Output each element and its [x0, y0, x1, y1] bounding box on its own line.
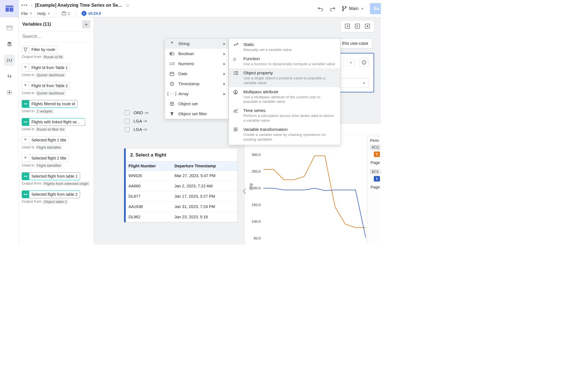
menu-item-date[interactable]: Date ▶: [165, 69, 228, 79]
breadcrumb-more-icon[interactable]: •••: [21, 3, 28, 8]
flights-table[interactable]: Flight Number Departure Timestamp WN526M…: [126, 161, 237, 222]
menu-item-time-series[interactable]: Time seriesPerform a calculation across …: [229, 106, 340, 125]
file-menu[interactable]: File▼: [21, 11, 32, 16]
svg-point-18: [345, 6, 346, 8]
var-meta-link[interactable]: Quiver dashboar: [36, 73, 66, 77]
series-tag: $CQ: [370, 145, 381, 150]
scroll-left-icon[interactable]: [243, 188, 246, 194]
svg-point-76: [235, 91, 236, 92]
var-meta-link[interactable]: Route id filt: [43, 55, 64, 59]
series-index-badge: 1: [374, 176, 380, 182]
undo-icon[interactable]: [317, 6, 323, 12]
route-row[interactable]: LGA ->: [125, 125, 211, 134]
canvas[interactable]: i How to navigate this use-case ensor da…: [94, 17, 381, 244]
left-icon-rail: (x): [0, 0, 19, 244]
menu-item-numeric[interactable]: 123 Numeric ▶: [165, 59, 228, 69]
var-meta-link[interactable]: Flight identifier: [36, 163, 62, 168]
menu-item-boolean[interactable]: Boolean ▶: [165, 49, 228, 59]
branch-selector[interactable]: Main ▼: [342, 6, 364, 11]
checkbox[interactable]: [125, 110, 130, 115]
variable-item[interactable]: ❞Flight Id from Table 1 Used in Quiver d…: [19, 62, 94, 80]
select-flight-card[interactable]: 2. Select a flight Flight Number Departu…: [124, 148, 238, 222]
menu-item-object-set-filter[interactable]: Object set filter: [165, 109, 228, 119]
svg-point-70: [234, 72, 235, 73]
menu-item-timestamp[interactable]: Timestamp ▶: [165, 79, 228, 89]
settings-icon[interactable]: [4, 87, 15, 98]
variable-type-menu[interactable]: ❞ String ▶ Boolean ▶ 123 Numeric ▶ Date …: [165, 38, 229, 119]
funnel-icon: [169, 112, 175, 116]
menu-item-function[interactable]: fx FunctionUse a function to dynamically…: [229, 54, 340, 68]
variable-item[interactable]: Selected flight from table 1 Output from…: [19, 171, 94, 189]
var-meta-link[interactable]: Route id filter list: [36, 127, 66, 132]
menu-item-object-property[interactable]: Object propertyUse a single object's pro…: [229, 68, 340, 87]
panel-icon[interactable]: [4, 22, 15, 33]
chevron-down-icon: ▼: [48, 12, 50, 15]
table-row[interactable]: AA1638Jan 31, 2023, 7:24 PM: [126, 202, 237, 212]
var-type-icon: [22, 100, 29, 107]
help-menu[interactable]: Help▼: [37, 11, 50, 16]
variables-icon[interactable]: (x): [4, 55, 15, 66]
col-departure[interactable]: Departure Timestamp: [172, 161, 237, 171]
variable-item[interactable]: Flights filtered by route id Used in 2 w…: [19, 98, 94, 116]
svg-marker-5: [7, 42, 12, 44]
variable-item[interactable]: ❞Selected flight 2 title Used in Flight …: [19, 153, 94, 171]
version-badge[interactable]: ✓ v0.24.0: [81, 11, 101, 16]
menu-item-array[interactable]: [··] Array ▶: [165, 89, 228, 99]
var-meta-link[interactable]: Flights from selected origin: [43, 181, 90, 186]
menu-item-variable-transformation[interactable]: Variable transformationCreate a variable…: [229, 125, 340, 144]
svg-point-63: [170, 53, 172, 55]
var-meta-link[interactable]: 2 widgets: [36, 109, 54, 114]
table-row[interactable]: DL962Jan 23, 2023, 5:16: [126, 212, 237, 222]
insert-left-icon[interactable]: [345, 24, 350, 29]
table-row[interactable]: DL877Jan 17, 2023, 3:27 PM: [126, 191, 237, 202]
search-input[interactable]: [22, 34, 90, 39]
favorite-icon[interactable]: ☆: [125, 2, 130, 8]
menu-item-string[interactable]: ❞ String ▶: [165, 39, 228, 49]
plot-group-header[interactable]: $CS Relative time series: [370, 169, 381, 174]
col-flight-number[interactable]: Flight Number: [126, 161, 172, 171]
var-meta-link[interactable]: Object table 2: [43, 199, 68, 204]
table-row[interactable]: WN526Mar 27, 2023, 5:47 PM: [126, 171, 237, 181]
check-icon: ✓: [81, 11, 87, 16]
variable-item[interactable]: Filter by route Output from Route id fil…: [19, 44, 94, 62]
add-panel-icon[interactable]: [365, 24, 370, 29]
insert-right-icon[interactable]: [355, 24, 360, 29]
layers-icon[interactable]: [4, 38, 15, 50]
divider: [56, 11, 56, 16]
menu-item-static[interactable]: StaticManually set a variable value: [229, 40, 340, 54]
active-users[interactable]: 1: [62, 11, 70, 16]
checkbox[interactable]: [125, 119, 130, 124]
y-tick: 150.0: [247, 203, 261, 207]
app-logo[interactable]: [0, 0, 19, 17]
table-row[interactable]: AA660Jan 2, 2023, 7:22 AM: [126, 181, 237, 191]
var-label: Flight Id from Table 2: [29, 82, 70, 89]
var-meta-link[interactable]: Quiver dashboar: [36, 91, 66, 96]
variable-item[interactable]: Selected flight from table 2 Output from…: [19, 189, 94, 207]
info-icon[interactable]: [360, 58, 369, 67]
variable-source-menu[interactable]: StaticManually set a variable value fx F…: [229, 38, 340, 145]
svg-rect-64: [170, 72, 174, 76]
chart-plots-panel[interactable]: Plots $CQ Relative time series 1 Heading…: [367, 136, 381, 244]
variable-item[interactable]: ❞Selected flight 1 title Used in Flight …: [19, 134, 94, 153]
save-button[interactable]: Sa: [370, 3, 381, 14]
variable-item[interactable]: ❞Flight Id from Table 2 Used in Quiver d…: [19, 80, 94, 98]
checkbox[interactable]: [125, 127, 130, 132]
add-variable-button[interactable]: ＋: [82, 20, 90, 28]
menu-item-multipass-attribute[interactable]: Multipass attributeUse a Multipass attri…: [229, 87, 340, 106]
chevron-right-icon: ▶: [223, 72, 226, 76]
redo-icon[interactable]: [330, 6, 336, 12]
plot-series-row[interactable]: 1 Heading senso…national: [370, 176, 381, 182]
add-chip-button[interactable]: ＋: [347, 59, 355, 66]
page-title[interactable]: [Example] Analyzing Time Series on Se…: [35, 3, 122, 8]
io-icon[interactable]: [4, 71, 15, 82]
menu-item-object-set[interactable]: Object set: [165, 99, 228, 109]
plot-series-row[interactable]: 1 Heading senso…national: [370, 151, 381, 157]
chart-plot-area[interactable]: deg 50.0100.0150.0200.0250.0300.0350.0: [244, 134, 367, 244]
variables-list[interactable]: Filter by route Output from Route id fil…: [19, 42, 94, 244]
breadcrumb-sep-icon: ›: [31, 3, 32, 8]
section-heading: 2. Select a flight: [126, 148, 237, 161]
plot-group-header[interactable]: $CQ Relative time series: [370, 145, 381, 150]
var-meta-link[interactable]: Flight identifier: [36, 145, 62, 150]
variable-item[interactable]: Flights with linked flight sens… Used in…: [19, 116, 94, 134]
svg-point-69: [234, 71, 235, 72]
